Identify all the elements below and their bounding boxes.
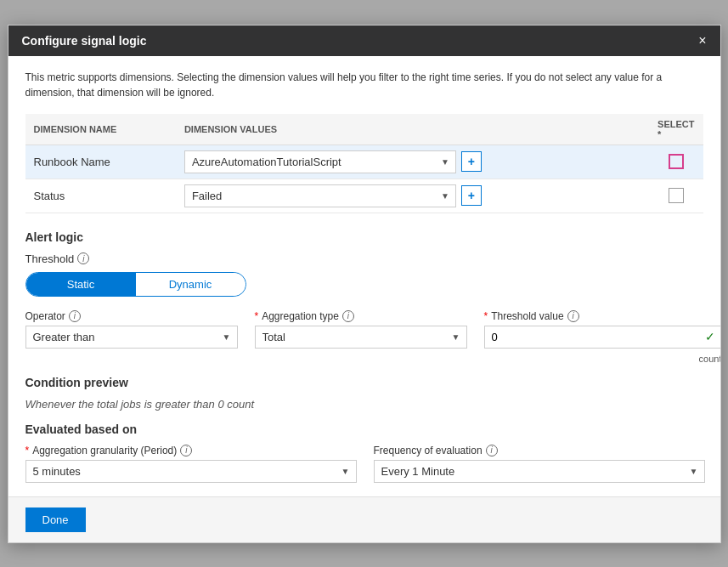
table-row: Runbook Name AzureAutomationTutorialScri… xyxy=(25,145,703,179)
frequency-label: Frequency of evaluation i xyxy=(374,445,705,456)
threshold-check-icon: ✓ xyxy=(705,330,715,343)
operator-label: Operator i xyxy=(25,310,238,322)
dimension-value-cell-status: Failed ▼ + xyxy=(176,179,649,213)
col-header-select: SELECT * xyxy=(649,114,703,145)
threshold-info-icon[interactable]: i xyxy=(77,252,89,264)
threshold-unit-label: count xyxy=(484,354,720,364)
condition-preview-text: Whenever the total jobs is greater than … xyxy=(25,398,703,411)
aggregation-info-icon[interactable]: i xyxy=(342,310,354,322)
evaluated-title: Evaluated based on xyxy=(25,422,703,436)
status-checkbox[interactable] xyxy=(669,188,684,203)
aggregation-label: * Aggregation type i xyxy=(255,310,467,322)
alert-logic-form-row: Operator i Greater than Less than Greate… xyxy=(25,310,703,364)
operator-group: Operator i Greater than Less than Greate… xyxy=(25,310,238,364)
aggregation-select-wrapper: Total Average Minimum Maximum ▼ xyxy=(255,326,467,349)
granularity-select-wrapper: 5 minutes 1 minute 15 minutes 30 minutes… xyxy=(25,460,357,483)
threshold-toggle: Static Dynamic xyxy=(25,272,246,297)
threshold-value-label: * Threshold value i xyxy=(484,310,720,322)
evaluated-section: Evaluated based on * Aggregation granula… xyxy=(25,422,703,483)
dimensions-table: DIMENSION NAME DIMENSION VALUES SELECT *… xyxy=(25,114,703,213)
threshold-label-row: Threshold i xyxy=(25,252,703,265)
operator-select[interactable]: Greater than Less than Greater than or e… xyxy=(25,326,238,349)
frequency-select[interactable]: Every 1 Minute Every 5 Minutes Every 15 … xyxy=(374,460,705,483)
aggregation-group: * Aggregation type i Total Average Minim… xyxy=(255,310,467,364)
operator-select-wrapper: Greater than Less than Greater than or e… xyxy=(25,326,238,349)
granularity-row: * Aggregation granularity (Period) i 5 m… xyxy=(25,445,703,483)
frequency-select-wrapper: Every 1 Minute Every 5 Minutes Every 15 … xyxy=(374,460,705,483)
status-select[interactable]: Failed xyxy=(184,184,456,207)
granularity-required-star: * xyxy=(25,445,30,456)
threshold-value-input[interactable] xyxy=(484,326,720,349)
threshold-required-star: * xyxy=(484,310,488,322)
operator-info-icon[interactable]: i xyxy=(69,310,81,322)
granularity-select[interactable]: 5 minutes 1 minute 15 minutes 30 minutes… xyxy=(25,460,357,483)
runbook-select-cell xyxy=(649,145,703,179)
aggregation-select[interactable]: Total Average Minimum Maximum xyxy=(255,326,467,349)
static-toggle-button[interactable]: Static xyxy=(26,273,136,296)
dimension-value-cell-runbook: AzureAutomationTutorialScript ▼ + xyxy=(176,145,649,179)
dimension-name-status: Status xyxy=(25,179,176,213)
granularity-label: * Aggregation granularity (Period) i xyxy=(25,445,357,456)
runbook-add-button[interactable]: + xyxy=(461,151,482,172)
threshold-value-info-icon[interactable]: i xyxy=(567,310,579,322)
dynamic-toggle-button[interactable]: Dynamic xyxy=(136,273,245,296)
threshold-input-wrapper: ✓ xyxy=(484,326,720,349)
frequency-group: Frequency of evaluation i Every 1 Minute… xyxy=(374,445,705,483)
modal-header: Configure signal logic × xyxy=(8,26,720,56)
threshold-value-group: * Threshold value i ✓ count xyxy=(484,310,720,364)
condition-preview-section: Condition preview Whenever the total job… xyxy=(25,376,703,411)
runbook-select[interactable]: AzureAutomationTutorialScript xyxy=(184,150,456,173)
status-add-button[interactable]: + xyxy=(461,185,482,206)
runbook-select-wrapper: AzureAutomationTutorialScript ▼ xyxy=(184,150,456,173)
runbook-checkbox[interactable] xyxy=(669,154,684,169)
granularity-group: * Aggregation granularity (Period) i 5 m… xyxy=(25,445,357,483)
granularity-info-icon[interactable]: i xyxy=(180,445,192,456)
info-text: This metric supports dimensions. Selecti… xyxy=(25,70,703,100)
table-row: Status Failed ▼ + xyxy=(25,179,703,213)
status-select-wrapper: Failed ▼ xyxy=(184,184,456,207)
col-header-values: DIMENSION VALUES xyxy=(176,114,649,145)
status-select-cell xyxy=(649,179,703,213)
alert-logic-title: Alert logic xyxy=(25,230,703,244)
modal-title: Configure signal logic xyxy=(22,34,147,48)
done-button[interactable]: Done xyxy=(25,507,86,532)
col-header-name: DIMENSION NAME xyxy=(25,114,176,145)
aggregation-required-star: * xyxy=(255,310,259,322)
dimension-name-runbook: Runbook Name xyxy=(25,145,176,179)
condition-preview-title: Condition preview xyxy=(25,376,703,389)
close-button[interactable]: × xyxy=(698,34,706,48)
threshold-label-text: Threshold xyxy=(25,252,75,265)
frequency-info-icon[interactable]: i xyxy=(486,445,498,456)
modal-body: This metric supports dimensions. Selecti… xyxy=(8,56,720,496)
modal-footer: Done xyxy=(8,496,720,542)
